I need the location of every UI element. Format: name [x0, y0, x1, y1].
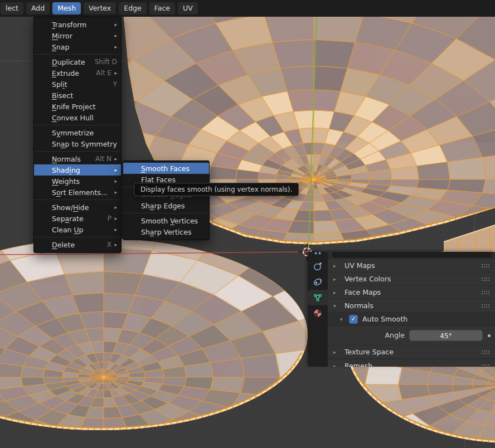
menu-item-normals[interactable]: NormalsAlt N▸ — [34, 153, 121, 164]
tooltip-text: Display faces smooth (using vertex norma… — [140, 186, 292, 193]
menu-item-label: Transform — [52, 21, 86, 29]
menu-item-label: Sharp Edges — [141, 202, 185, 210]
section-label: Texture Space — [344, 348, 394, 356]
menu-item-label: Normals — [52, 155, 81, 163]
object-data-icon — [313, 293, 323, 303]
menubar-lect[interactable]: lect — [1, 2, 23, 14]
menu-item-shortcut: Shift D — [95, 58, 117, 66]
properties-tab-object-data[interactable] — [308, 290, 328, 305]
section-header-remesh[interactable]: ▸Remesh — [328, 359, 495, 367]
menu-item-convex-hull[interactable]: Convex Hull — [34, 112, 121, 123]
menu-item-shortcut: Alt N — [95, 155, 111, 163]
section-header-face-maps[interactable]: ▸Face Maps — [328, 286, 495, 299]
section-header-uv-maps[interactable]: ▸UV Maps — [328, 259, 495, 272]
menu-item-show-hide[interactable]: Show/Hide▸ — [34, 202, 121, 213]
properties-content: ▸UV Maps▸Vertex Colors▸Face Maps▾Normals… — [328, 252, 495, 367]
menu-item-sharp-edges[interactable]: Sharp Edges — [123, 200, 209, 211]
menu-item-separate[interactable]: SeparateP▸ — [34, 213, 121, 224]
menu-item-extrude[interactable]: ExtrudeAlt E▸ — [34, 67, 121, 79]
menu-item-mirror[interactable]: Mirror▸ — [34, 30, 121, 41]
menu-item-label: Convex Hull — [52, 114, 94, 122]
submenu-arrow-icon: ▸ — [112, 178, 117, 184]
menu-item-delete[interactable]: DeleteX▸ — [34, 239, 121, 250]
menu-item-sharp-vertices[interactable]: Sharp Vertices — [123, 226, 209, 237]
auto-smooth-label: Auto Smooth — [362, 315, 407, 323]
disclosure-triangle-icon: ▸ — [333, 349, 342, 355]
clipped-widget — [333, 252, 491, 257]
menubar-vertex[interactable]: Vertex — [84, 2, 116, 14]
section-label: Vertex Colors — [344, 275, 391, 283]
menu-item-smooth-vertices[interactable]: Smooth Vertices — [123, 215, 209, 226]
menu-item-duplicate[interactable]: DuplicateShift D — [34, 56, 121, 67]
section-header-normals[interactable]: ▾Normals — [328, 299, 495, 312]
submenu-arrow-icon: ▸ — [112, 242, 117, 247]
menubar-mesh[interactable]: Mesh — [52, 2, 81, 14]
menu-item-shading[interactable]: Shading▸ — [34, 164, 121, 176]
properties-tab-particles[interactable] — [308, 252, 328, 256]
menu-item-sort-elements[interactable]: Sort Elements...▸ — [34, 187, 121, 198]
menu-item-label: Separate — [52, 215, 84, 223]
drag-grip[interactable] — [481, 290, 489, 295]
menu-separator — [34, 54, 121, 55]
disclosure-triangle-icon: ▾ — [340, 316, 347, 322]
submenu-arrow-icon: ▸ — [112, 44, 117, 50]
submenu-arrow-icon: ▸ — [112, 216, 117, 221]
menu-item-knife-project[interactable]: Knife Project — [34, 101, 121, 112]
menu-item-shortcut: X — [107, 241, 111, 249]
menu-separator — [34, 237, 121, 237]
menubar-edge[interactable]: Edge — [119, 2, 146, 14]
menubar-add[interactable]: Add — [26, 2, 50, 14]
angle-value-field[interactable]: 45° — [409, 330, 483, 341]
menu-item-label: Shading — [52, 166, 80, 174]
menu-item-split[interactable]: SplitY — [34, 79, 121, 90]
menubar-face[interactable]: Face — [149, 2, 175, 14]
menu-item-label: Extrude — [52, 69, 79, 77]
drag-grip[interactable] — [481, 350, 489, 354]
physics-icon — [313, 261, 323, 271]
section-header-texture-space[interactable]: ▸Texture Space — [328, 345, 495, 358]
keyframe-dot[interactable] — [488, 334, 491, 337]
submenu-arrow-icon: ▸ — [112, 227, 117, 232]
constraints-icon — [313, 277, 323, 287]
menu-item-snap[interactable]: Snap▸ — [34, 41, 121, 52]
menu-item-clean-up[interactable]: Clean Up▸ — [34, 224, 121, 235]
properties-tab-constraints[interactable] — [308, 274, 328, 290]
menu-item-label: Smooth Faces — [141, 164, 190, 173]
auto-smooth-checkbox[interactable]: ✓ — [349, 315, 358, 324]
properties-tab-material[interactable] — [308, 305, 328, 321]
menu-item-weights[interactable]: Weights▸ — [34, 176, 121, 187]
menu-item-symmetrize[interactable]: Symmetrize — [34, 127, 121, 138]
angle-label: Angle — [385, 326, 405, 345]
particles-icon — [313, 252, 323, 256]
menu-item-label: Symmetrize — [52, 129, 94, 137]
menu-item-smooth-faces[interactable]: Smooth Faces — [123, 163, 209, 174]
drag-grip[interactable] — [481, 277, 489, 281]
menu-item-shortcut: Y — [113, 80, 117, 88]
submenu-arrow-icon: ▸ — [112, 204, 117, 210]
submenu-arrow-icon: ▸ — [112, 189, 117, 195]
shading-submenu: Smooth FacesFlat FacesSmooth EdgesSharp … — [123, 160, 210, 240]
menu-item-label: Snap to Symmetry — [52, 140, 117, 148]
menu-item-bisect[interactable]: Bisect — [34, 90, 121, 101]
submenu-arrow-icon: ▸ — [112, 156, 117, 162]
menu-separator — [34, 125, 121, 125]
disclosure-triangle-icon: ▾ — [333, 303, 342, 309]
drag-grip[interactable] — [481, 364, 489, 367]
submenu-arrow-icon: ▸ — [112, 22, 117, 27]
section-header-vertex-colors[interactable]: ▸Vertex Colors — [328, 272, 495, 285]
menu-item-shortcut: P — [108, 215, 111, 222]
submenu-arrow-icon: ▸ — [112, 70, 117, 76]
menu-item-label: Smooth Vertices — [141, 217, 198, 225]
disclosure-triangle-icon: ▸ — [333, 363, 342, 367]
tooltip: Display faces smooth (using vertex norma… — [134, 183, 299, 196]
drag-grip[interactable] — [481, 264, 489, 268]
menubar-uv[interactable]: UV — [178, 2, 198, 14]
menu-item-label: Mirror — [52, 32, 72, 40]
menu-item-label: Clean Up — [52, 226, 84, 234]
properties-tab-physics[interactable] — [308, 259, 328, 274]
drag-grip[interactable] — [481, 304, 489, 308]
section-label: Remesh — [344, 362, 372, 367]
disclosure-triangle-icon: ▸ — [333, 263, 342, 269]
menu-item-transform[interactable]: Transform▸ — [34, 19, 121, 30]
menu-item-snap-to-symmetry[interactable]: Snap to Symmetry — [34, 138, 121, 149]
